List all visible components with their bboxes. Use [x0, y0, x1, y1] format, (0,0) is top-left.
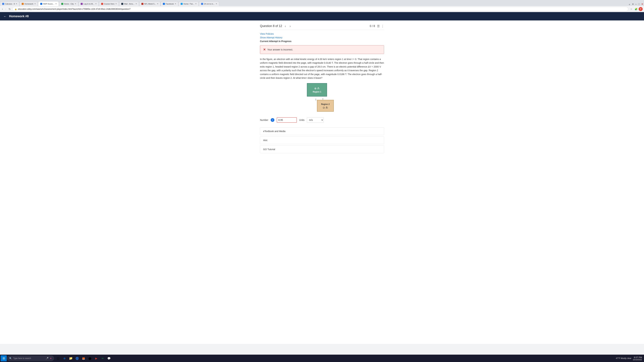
bookmark-icon[interactable]: ☆ — [629, 7, 633, 11]
tab-google[interactable]: 24 cm to m...✕ — [199, 1, 219, 6]
info-button[interactable]: i — [271, 118, 274, 122]
tab-homework[interactable]: Homework✕ — [20, 1, 38, 6]
view-policies-link[interactable]: View Policies — [260, 32, 384, 35]
close-button[interactable]: ✕ — [640, 2, 644, 6]
address-bar[interactable]: 🔒 education.wiley.com/was/ui/v2/assessme… — [12, 7, 628, 11]
units-label: Units — [299, 119, 304, 121]
number-label: Number — [260, 119, 268, 121]
physics-diagram: ⊗ B⃗₁ Region 1 ↓ ↑ Region 2 ⊙ B⃗₂ — [304, 83, 340, 113]
content-wrapper: Question 8 of 12 ‹ › 0 / 8 ☰ ⋮ View Poli… — [256, 24, 388, 153]
region1-box: ⊗ B⃗₁ Region 1 — [307, 83, 327, 96]
region2-vector-label: B⃗₂ — [326, 106, 328, 109]
number-input[interactable] — [277, 117, 297, 123]
tab-calculus[interactable]: Calculus - 9✕ — [0, 1, 19, 6]
minimize-button[interactable]: ─ — [634, 2, 638, 6]
diagram-container: ⊗ B⃗₁ Region 1 ↓ ↑ Region 2 ⊙ B⃗₂ — [260, 83, 384, 113]
tab-facebook[interactable]: Facebook✕ — [161, 1, 178, 6]
error-message: Your answer is incorrect. — [267, 48, 293, 51]
tab-login[interactable]: Log In to M...✕ — [78, 1, 99, 6]
section-tutorial-header[interactable]: GO Tutorial — [260, 146, 384, 153]
prev-question-button[interactable]: ‹ — [284, 24, 287, 28]
question-score-area: 0 / 8 ☰ ⋮ — [370, 24, 384, 28]
error-icon: ✕ — [263, 48, 266, 51]
units-select[interactable]: m/s ns μs ms s — [307, 117, 324, 123]
forward-button[interactable]: › — [4, 7, 7, 11]
tab-mail[interactable]: Mail - Arno...✕ — [119, 1, 139, 6]
back-arrow-icon[interactable]: ← — [3, 14, 7, 18]
section-hint: Hint — [260, 136, 384, 144]
arrow-down-icon: ↓ — [315, 97, 317, 101]
score-text: 0 / 8 — [370, 25, 375, 28]
score-icons: ☰ ⋮ — [377, 24, 384, 28]
question-header: Question 8 of 12 ‹ › 0 / 8 ☰ ⋮ — [260, 24, 384, 30]
address-text: education.wiley.com/was/ui/v2/assessment… — [18, 8, 626, 10]
tab-nwp[interactable]: NWP Asses...✕ — [38, 1, 59, 6]
profile-icon[interactable]: T — [639, 7, 643, 11]
region1-cross-symbol: ⊗ — [314, 87, 316, 90]
next-question-button[interactable]: › — [289, 24, 292, 28]
collapsible-sections: eTextbook and MediaHintGO Tutorial — [260, 127, 384, 153]
more-options-icon[interactable]: ⋮ — [381, 24, 384, 28]
tab-bar: Calculus - 9✕Homework✕NWP Asses...✕Home … — [0, 0, 644, 6]
show-attempt-link[interactable]: Show Attempt History — [260, 36, 384, 39]
section-etextbook-header[interactable]: eTextbook and Media — [260, 128, 384, 135]
reload-button[interactable]: ↻ — [8, 7, 12, 11]
error-box: ✕ Your answer is incorrect. — [260, 45, 384, 54]
region2-dot-symbol: ⊙ — [323, 106, 325, 109]
address-bar-row: ‹ › ↻ 🔒 education.wiley.com/was/ui/v2/as… — [0, 6, 644, 12]
region2-label: Region 2 — [321, 103, 330, 105]
tab-twitter[interactable]: Home / Twi...✕ — [178, 1, 199, 6]
new-tab-button[interactable]: + — [628, 3, 632, 6]
app-header: ← Homework #8 — [0, 12, 644, 20]
browser-toolbar: ☆ 🧩 T — [629, 7, 643, 11]
question-nav: Question 8 of 12 ‹ › — [260, 24, 292, 28]
section-tutorial: GO Tutorial — [260, 145, 384, 153]
section-etextbook: eTextbook and Media — [260, 127, 384, 135]
region2-box: Region 2 ⊙ B⃗₂ — [317, 100, 334, 112]
current-attempt-label: Current Attempt in Progress — [260, 40, 384, 42]
list-icon[interactable]: ☰ — [377, 24, 380, 28]
lock-icon: 🔒 — [14, 8, 17, 10]
main-content: Question 8 of 12 ‹ › 0 / 8 ☰ ⋮ View Poli… — [0, 20, 644, 344]
browser-frame: Calculus - 9✕Homework✕NWP Asses...✕Home … — [0, 0, 644, 12]
section-hint-header[interactable]: Hint — [260, 137, 384, 144]
tab-coursehero[interactable]: Course Hero✕ — [99, 1, 119, 6]
back-button[interactable]: ‹ — [1, 7, 4, 11]
question-title: Question 8 of 12 — [260, 24, 282, 28]
extension-icon[interactable]: 🧩 — [634, 7, 638, 11]
tab-nfl[interactable]: NFL Week 5...✕ — [139, 1, 160, 6]
region1-label: Region 1 — [313, 91, 321, 93]
question-body: In the figure, an electron with an initi… — [260, 57, 384, 80]
homework-title: Homework #8 — [9, 14, 29, 18]
answer-row: Number i Units m/s ns μs ms s — [260, 117, 384, 123]
maximize-button[interactable]: □ — [638, 2, 640, 6]
region1-vector-label: B⃗₁ — [317, 87, 320, 90]
tab-list-button[interactable]: ▾ — [632, 2, 634, 6]
tab-home-city[interactable]: Home - City✕ — [59, 1, 78, 6]
